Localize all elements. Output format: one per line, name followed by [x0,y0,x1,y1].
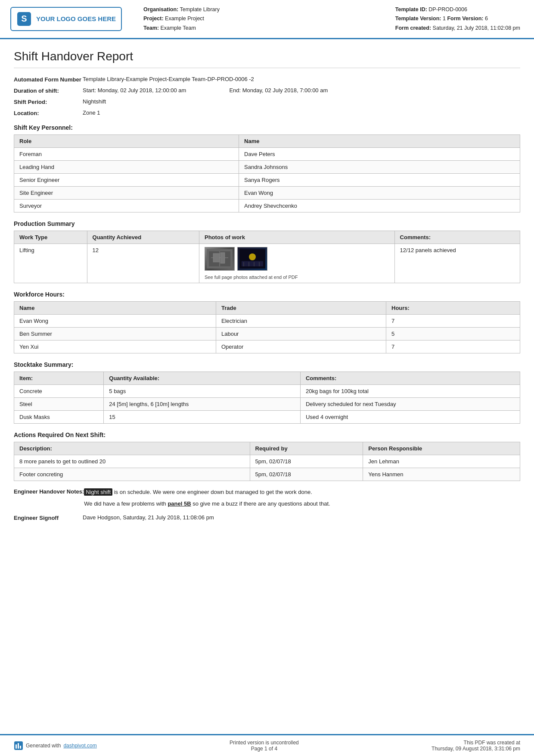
report-title: Shift Handover Report [14,50,520,68]
engineer-handover-section: Engineer Handover Notes: Night shift is … [14,488,520,509]
production-col-worktype: Work Type [14,231,87,244]
stocktake-quantity: 24 [5m] lengths, 6 [10m] lengths [104,397,301,410]
workforce-trade: Operator [216,340,386,353]
form-version-label: Form Version: [447,16,483,22]
header-meta-right: Template ID: DP-PROD-0006 Template Versi… [395,5,520,33]
svg-rect-7 [220,253,225,263]
engineer-signoff-label: Engineer Signoff [14,514,83,521]
shift-period-value: Nightshift [83,98,520,105]
engineer-signoff-value: Dave Hodgson, Saturday, 21 July 2018, 11… [83,514,520,521]
stocktake-comments: Used 4 overnight [300,410,520,423]
personnel-role: Senior Engineer [14,173,239,186]
duration-value: Start: Monday, 02 July 2018, 12:00:00 am… [83,87,520,94]
table-row: Footer concreting5pm, 02/07/18Yens Hanme… [14,468,520,481]
stocktake-quantity: 15 [104,410,301,423]
org-value: Template Library [180,6,220,12]
table-row: Evan WongElectrician7 [14,314,520,327]
stocktake-col-item: Item: [14,372,104,384]
location-row: Location: Zone 1 [14,109,520,116]
table-row: Concrete5 bags20kg bags for 100kg total [14,384,520,397]
stocktake-header-row: Item: Quantity Available: Comments: [14,372,520,384]
stocktake-col-quantity: Quantity Available: [104,372,301,384]
shift-period-label: Shift Period: [14,98,83,105]
footer-generated-text: Generated with [26,743,61,749]
svg-rect-6 [213,253,220,262]
duration-end: End: Monday, 02 July 2018, 7:00:00 am [229,87,328,94]
actions-table: Description: Required by Person Responsi… [14,442,520,481]
template-id-label: Template ID: [395,6,427,12]
page-footer: Generated with dashpivot.com Printed ver… [0,734,534,756]
duration-label: Duration of shift: [14,87,83,94]
table-row: Steel24 [5m] lengths, 6 [10m] lengthsDel… [14,397,520,410]
photo-caption: See full page photos attached at end of … [205,275,389,280]
header-meta-left: Organisation: Template Library Project: … [143,5,220,33]
footer-logo-icon [14,741,23,750]
action-description: 8 more panels to get to outlined 20 [14,455,250,468]
workforce-col-name: Name [14,301,216,314]
duration-row: Duration of shift: Start: Monday, 02 Jul… [14,87,520,94]
footer-logo-area: Generated with dashpivot.com [14,741,97,750]
org-label: Organisation: [143,6,178,12]
personnel-name: Sandra Johnsons [239,160,520,173]
production-comments: 12/12 panels achieved [394,244,520,283]
page-header: S YOUR LOGO GOES HERE Organisation: Temp… [0,0,534,39]
personnel-role: Foreman [14,147,239,160]
shift-period-row: Shift Period: Nightshift [14,98,520,105]
logo-icon: S [16,11,32,27]
svg-rect-18 [20,746,21,749]
footer-page-text: Page 1 of 4 [230,746,299,752]
svg-text:S: S [21,14,27,23]
personnel-name: Evan Wong [239,186,520,199]
footer-link[interactable]: dashpivot.com [63,743,96,749]
engineer-note-2-prefix: We did have a few problems with [84,500,168,507]
table-row: Lifting 12 [14,244,520,283]
personnel-name: Sanya Rogers [239,173,520,186]
form-number-row: Automated Form Number Template Library-E… [14,76,520,83]
engineer-note-2-suffix: so give me a buzz if there are any quest… [191,500,330,507]
location-label: Location: [14,109,83,116]
footer-print-notice: Printed version is uncontrolled [230,740,299,746]
workforce-hours: 5 [386,327,520,340]
production-quantity: 12 [87,244,199,283]
form-created-value: Saturday, 21 July 2018, 11:02:08 pm [433,25,520,31]
form-number-value: Template Library-Example Project-Example… [83,76,520,82]
personnel-name: Andrey Shevchcenko [239,199,520,212]
team-label: Team: [143,25,159,31]
personnel-col-role: Role [14,134,239,147]
footer-pdf-value: Thursday, 09 August 2018, 3:31:06 pm [432,746,520,752]
photo-thumb-1 [205,247,235,271]
footer-pdf-label: This PDF was created at [432,740,520,746]
location-value: Zone 1 [83,109,520,116]
project-label: Project: [143,16,164,22]
table-row: SurveyorAndrey Shevchcenko [14,199,520,212]
stocktake-item: Steel [14,397,104,410]
form-version-value: 6 [485,16,488,22]
personnel-role: Surveyor [14,199,239,212]
stocktake-section-title: Stocktake Summary: [14,361,520,368]
team-value: Example Team [160,25,196,31]
logo-area: S YOUR LOGO GOES HERE [10,5,122,33]
highlight-nightshift: Night shift [84,488,112,496]
stocktake-table: Item: Quantity Available: Comments: Conc… [14,372,520,424]
svg-rect-17 [18,743,19,749]
engineer-note-1: Night shift is on schedule. We were one … [84,488,520,497]
personnel-name: Dave Peters [239,147,520,160]
logo-box: S YOUR LOGO GOES HERE [10,7,122,31]
personnel-header-row: Role Name [14,134,520,147]
table-row: ForemanDave Peters [14,147,520,160]
workforce-table: Name Trade Hours: Evan WongElectrician7B… [14,301,520,353]
svg-point-9 [249,253,256,260]
actions-section-title: Actions Required On Next Shift: [14,431,520,438]
project-value: Example Project [165,16,204,22]
production-col-comments: Comments: [394,231,520,244]
action-required-by: 5pm, 02/07/18 [250,468,363,481]
production-photos: See full page photos attached at end of … [199,244,395,283]
duration-start: Start: Monday, 02 July 2018, 12:00:00 am [83,87,186,94]
workforce-trade: Labour [216,327,386,340]
stocktake-comments: 20kg bags for 100kg total [300,384,520,397]
production-col-photos: Photos of work [199,231,395,244]
table-row: Dusk Masks15Used 4 overnight [14,410,520,423]
actions-header-row: Description: Required by Person Responsi… [14,442,520,455]
personnel-col-name: Name [239,134,520,147]
production-work-type: Lifting [14,244,87,283]
